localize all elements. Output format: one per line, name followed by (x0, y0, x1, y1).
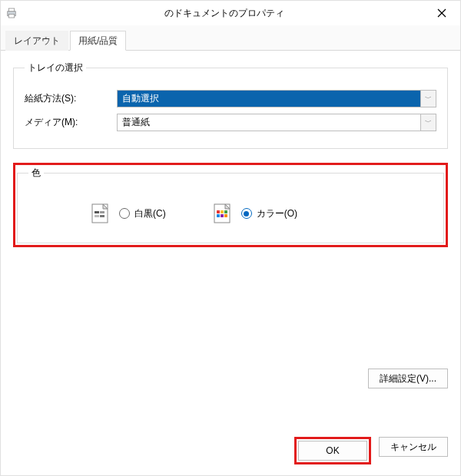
paper-source-label: 給紙方法(S): (25, 92, 117, 105)
svg-rect-14 (221, 210, 224, 213)
tab-bar: レイアウト 用紙/品質 (1, 25, 460, 51)
chevron-down-icon: ﹀ (420, 114, 436, 131)
svg-rect-1 (8, 8, 15, 12)
color-legend: 色 (28, 167, 44, 180)
svg-rect-17 (221, 214, 224, 217)
advanced-row: 詳細設定(V)... (13, 369, 448, 388)
close-icon (437, 8, 446, 18)
bw-document-icon (90, 203, 111, 224)
dialog-footer: OK キャンセル (1, 429, 460, 475)
paper-source-value: 自動選択 (118, 91, 420, 107)
tray-legend: トレイの選択 (25, 61, 86, 74)
close-button[interactable] (426, 2, 457, 24)
svg-rect-8 (100, 211, 104, 213)
print-properties-dialog: のドキュメントのプロパティ レイアウト 用紙/品質 トレイの選択 給紙方法(S)… (0, 0, 461, 476)
svg-rect-10 (100, 215, 104, 217)
media-select[interactable]: 普通紙 ﹀ (117, 114, 436, 131)
svg-rect-15 (224, 210, 227, 213)
bw-option[interactable]: 白黒(C) (90, 203, 166, 224)
tab-paper-quality[interactable]: 用紙/品質 (70, 31, 126, 51)
media-row: メディア(M): 普通紙 ﹀ (25, 114, 436, 131)
advanced-button[interactable]: 詳細設定(V)... (368, 369, 448, 388)
tab-content: トレイの選択 給紙方法(S): 自動選択 ﹀ メディア(M): 普通紙 ﹀ 色 (1, 51, 460, 429)
svg-rect-7 (95, 211, 99, 213)
bw-radio-label: 白黒(C) (119, 207, 166, 220)
tab-layout[interactable]: レイアウト (5, 31, 68, 51)
media-label: メディア(M): (25, 116, 117, 129)
spacer (13, 261, 448, 369)
svg-rect-2 (8, 15, 15, 18)
paper-source-select[interactable]: 自動選択 ﹀ (117, 90, 436, 107)
color-option[interactable]: カラー(O) (212, 203, 297, 224)
media-value: 普通紙 (118, 114, 420, 131)
color-label-text: カラー(O) (257, 207, 297, 220)
color-group: 色 (17, 167, 444, 243)
color-radio-label: カラー(O) (241, 207, 297, 220)
tray-selection-group: トレイの選択 給紙方法(S): 自動選択 ﹀ メディア(M): 普通紙 ﹀ (13, 61, 448, 149)
ok-button[interactable]: OK (298, 441, 367, 461)
bw-radio[interactable] (119, 208, 130, 219)
color-radio[interactable] (241, 208, 252, 219)
paper-source-row: 給紙方法(S): 自動選択 ﹀ (25, 90, 436, 107)
svg-rect-16 (217, 214, 220, 217)
color-document-icon (212, 203, 234, 224)
svg-rect-13 (217, 210, 220, 213)
bw-label-text: 白黒(C) (134, 207, 166, 220)
svg-rect-9 (95, 215, 99, 217)
chevron-down-icon: ﹀ (420, 91, 436, 107)
ok-button-highlight: OK (294, 437, 371, 464)
svg-rect-18 (224, 214, 227, 217)
color-group-highlight: 色 (13, 163, 448, 247)
titlebar: のドキュメントのプロパティ (1, 1, 460, 25)
printer-icon (4, 5, 19, 21)
color-options-row: 白黒(C) (28, 203, 433, 224)
cancel-button[interactable]: キャンセル (379, 437, 448, 457)
window-title: のドキュメントのプロパティ (22, 7, 426, 20)
